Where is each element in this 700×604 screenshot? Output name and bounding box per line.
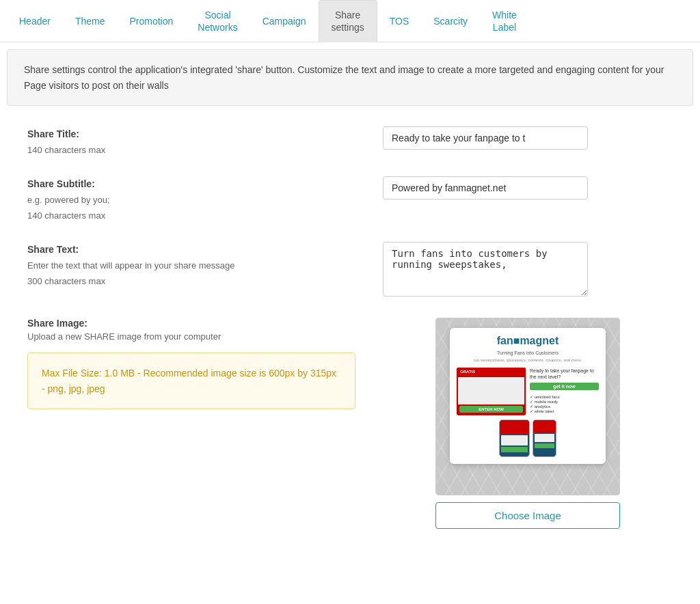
share-text-input[interactable]: Turn fans into customers by running swee… xyxy=(383,242,588,297)
share-image-row: Share Image: Upload a new SHARE image fr… xyxy=(27,318,673,529)
preview-ready-text: Ready to take your fanpage to the next l… xyxy=(530,368,599,380)
preview-inner: fan■magnet Turning Fans into Customers r… xyxy=(436,318,619,495)
app-container: Header Theme Promotion Social Networks C… xyxy=(0,0,700,604)
preview-devices: GRATIS ENTER NOW Ready to take your fanp… xyxy=(457,368,599,415)
share-title-label: Share Title: 140 characters max xyxy=(27,126,383,157)
info-banner-text: Share settings control the application's… xyxy=(24,64,664,90)
preview-phone-2 xyxy=(533,420,556,457)
share-image-label: Share Image: xyxy=(27,318,369,329)
share-image-label-col: Share Image: Upload a new SHARE image fr… xyxy=(27,318,383,409)
preview-cta: get it now xyxy=(530,383,599,390)
tab-white-label[interactable]: White Label xyxy=(480,0,529,42)
tab-promotion[interactable]: Promotion xyxy=(118,0,186,42)
image-preview: fan■magnet Turning Fans into Customers r… xyxy=(435,318,620,495)
choose-image-button[interactable]: Choose Image xyxy=(435,502,620,529)
preview-card: fan■magnet Turning Fans into Customers r… xyxy=(450,328,606,464)
tab-social-networks[interactable]: Social Networks xyxy=(185,0,250,42)
tab-scarcity[interactable]: Scarcity xyxy=(421,0,480,42)
share-subtitle-control xyxy=(383,176,673,200)
share-subtitle-input[interactable] xyxy=(383,176,588,200)
info-banner: Share settings control the application's… xyxy=(7,49,693,106)
image-preview-col: fan■magnet Turning Fans into Customers r… xyxy=(383,318,673,529)
share-title-input[interactable] xyxy=(383,126,588,150)
preview-phones xyxy=(457,420,599,457)
tab-tos[interactable]: TOS xyxy=(377,0,422,42)
preview-screen-left: GRATIS ENTER NOW xyxy=(457,368,526,415)
share-subtitle-row: Share Subtitle: e.g. powered by you; 140… xyxy=(27,176,673,223)
file-info-text: Max File Size: 1.0 MB - Recommended imag… xyxy=(42,368,336,394)
preview-features: ✓ unlimited fans ✓ mobile ready ✓ analyt… xyxy=(530,394,599,413)
share-text-row: Share Text: Enter the text that will app… xyxy=(27,242,673,299)
nav-tabs: Header Theme Promotion Social Networks C… xyxy=(0,0,700,42)
preview-sub: run sweepstakes, giveaways, contests, co… xyxy=(457,358,599,362)
share-image-hint: Upload a new SHARE image from your compu… xyxy=(27,331,369,342)
share-subtitle-label: Share Subtitle: e.g. powered by you; 140… xyxy=(27,176,383,223)
preview-brand-name: fan■magnet xyxy=(457,335,599,347)
tab-campaign[interactable]: Campaign xyxy=(250,0,319,42)
tab-share-settings[interactable]: Share settings xyxy=(319,0,377,42)
share-title-control xyxy=(383,126,673,150)
preview-right-col: Ready to take your fanpage to the next l… xyxy=(530,368,599,413)
share-text-control: Turn fans into customers by running swee… xyxy=(383,242,673,299)
preview-tagline: Turning Fans into Customers xyxy=(457,351,599,355)
main-content: Share Title: 140 characters max Share Su… xyxy=(7,113,693,556)
preview-phone-1 xyxy=(499,420,530,457)
share-title-row: Share Title: 140 characters max xyxy=(27,126,673,157)
file-info-box: Max File Size: 1.0 MB - Recommended imag… xyxy=(27,353,355,409)
share-text-label: Share Text: Enter the text that will app… xyxy=(27,242,383,288)
tab-theme[interactable]: Theme xyxy=(63,0,118,42)
tab-header[interactable]: Header xyxy=(7,0,63,42)
